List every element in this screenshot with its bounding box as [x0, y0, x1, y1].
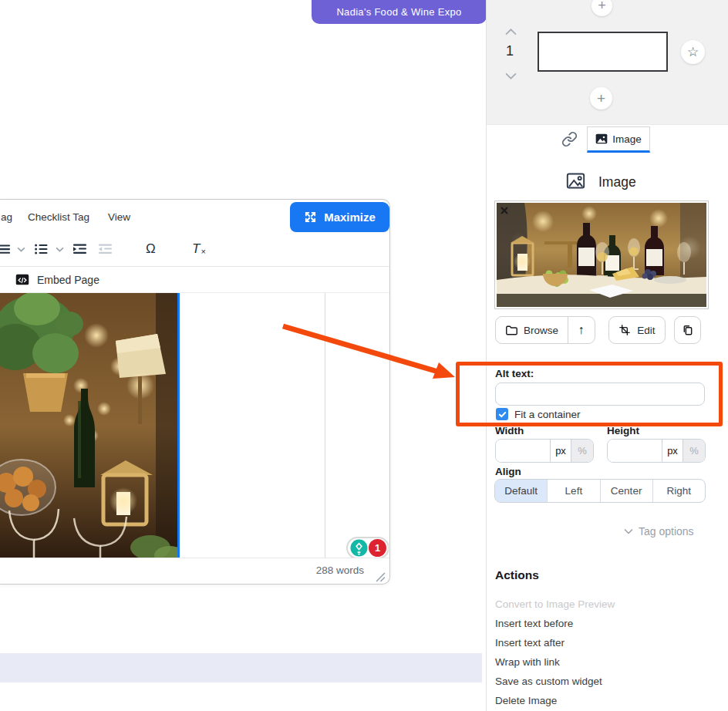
align-default-button[interactable]: Default: [495, 480, 548, 502]
menu-item-view[interactable]: View: [108, 211, 130, 223]
tag-options-label: Tag options: [639, 525, 694, 537]
chevron-down-icon[interactable]: [56, 242, 64, 256]
alt-text-label: Alt text:: [495, 368, 534, 379]
image-section-icon: [565, 170, 586, 191]
chevron-down-icon[interactable]: [505, 69, 517, 76]
resize-handle-icon[interactable]: [376, 571, 386, 581]
browse-button-group: Browse ↑: [495, 316, 595, 344]
chevron-down-icon[interactable]: [17, 242, 25, 256]
alt-text-input[interactable]: [495, 382, 705, 406]
width-input[interactable]: [496, 440, 550, 462]
height-label: Height: [607, 425, 639, 436]
edit-label: Edit: [637, 325, 655, 336]
copy-button[interactable]: [674, 316, 701, 344]
align-label: Align: [495, 466, 521, 477]
align-text-icon[interactable]: [0, 242, 10, 256]
maximize-button[interactable]: Maximize: [290, 202, 389, 232]
inserted-image[interactable]: [0, 293, 177, 558]
image-inspector-panel: + 1 ☆ + Image: [486, 0, 728, 711]
selection-caret: [177, 293, 180, 558]
height-input[interactable]: [608, 440, 662, 462]
action-save-as-custom-widget[interactable]: Save as custom widget: [495, 672, 602, 691]
add-section-below-button[interactable]: +: [590, 87, 612, 110]
fit-container-label: Fit a container: [514, 409, 581, 420]
embed-page-icon: [15, 274, 29, 285]
outdent-icon: [99, 242, 112, 256]
align-right-button[interactable]: Right: [653, 480, 705, 502]
editor-toolbar: Ω T×: [0, 232, 389, 266]
link-tab-icon[interactable]: [561, 131, 578, 147]
content-strip: [0, 653, 482, 682]
menu-item-tag[interactable]: ag: [1, 211, 12, 223]
suggestions-badge[interactable]: 1: [346, 537, 389, 558]
expand-icon: [304, 211, 317, 224]
copy-icon: [682, 324, 694, 337]
crop-edit-icon: [618, 324, 631, 336]
chevron-down-icon: [624, 528, 633, 534]
embed-page-label: Embed Page: [37, 274, 99, 286]
action-insert-text-before[interactable]: Insert text before: [495, 614, 573, 633]
menu-item-checklist-tag[interactable]: Checklist Tag: [28, 211, 89, 223]
width-unit-percent[interactable]: %: [571, 440, 593, 462]
clear-formatting-icon[interactable]: T×: [192, 242, 206, 256]
maximize-label: Maximize: [324, 211, 376, 224]
chevron-up-icon[interactable]: [505, 25, 517, 32]
upload-button[interactable]: ↑: [568, 323, 594, 337]
align-left-button[interactable]: Left: [548, 480, 600, 502]
edit-button[interactable]: Edit: [608, 316, 666, 344]
favorite-star-button[interactable]: ☆: [681, 40, 705, 64]
image-tab-label: Image: [612, 133, 642, 145]
tag-options-toggle[interactable]: Tag options: [624, 525, 694, 537]
suggestion-count-badge: 1: [369, 539, 386, 557]
width-label: Width: [495, 425, 524, 436]
width-field-group: px %: [495, 439, 594, 463]
height-field-group: px %: [607, 439, 706, 463]
align-center-button[interactable]: Center: [601, 480, 653, 502]
event-title-label: Nadia's Food & Wine Expo: [336, 6, 461, 18]
tab-image[interactable]: Image: [587, 126, 650, 153]
align-button-group: Default Left Center Right: [494, 479, 706, 503]
table-guide-line: [325, 293, 325, 558]
special-character-icon[interactable]: Ω: [146, 242, 156, 256]
width-unit-px[interactable]: px: [550, 440, 571, 462]
folder-icon: [505, 325, 518, 336]
actions-heading: Actions: [495, 568, 539, 582]
browse-label: Browse: [524, 325, 558, 336]
editor-statusbar: 288 words: [0, 558, 389, 585]
editor-window: ag Checklist Tag View Maximize: [0, 199, 390, 585]
action-delete-image[interactable]: Delete Image: [495, 691, 557, 710]
section-title: Image: [598, 174, 636, 190]
page-root: Nadia's Food & Wine Expo ag Checklist Ta…: [0, 0, 728, 711]
bullet-list-icon[interactable]: [35, 242, 48, 256]
fit-container-checkbox[interactable]: [496, 408, 508, 420]
action-insert-text-after[interactable]: Insert text after: [495, 633, 565, 652]
browse-button[interactable]: Browse: [496, 325, 568, 336]
proofread-bulb-icon: [350, 539, 368, 557]
indent-icon[interactable]: [73, 242, 86, 256]
image-tab-icon: [595, 133, 608, 144]
action-convert-to-image-preview: Convert to Image Preview: [495, 595, 615, 614]
word-count: 288 words: [316, 564, 364, 576]
embed-page-row[interactable]: Embed Page: [0, 266, 389, 293]
image-preview[interactable]: [494, 200, 709, 309]
height-unit-percent[interactable]: %: [682, 440, 705, 462]
height-unit-px[interactable]: px: [662, 440, 682, 462]
page-number: 1: [501, 43, 519, 59]
page-navigator: + 1 ☆ +: [487, 0, 728, 125]
event-title-banner[interactable]: Nadia's Food & Wine Expo: [312, 0, 487, 24]
editor-content[interactable]: 1: [0, 293, 389, 558]
add-section-above-button[interactable]: +: [592, 0, 612, 16]
page-thumbnail[interactable]: [538, 32, 668, 72]
action-wrap-with-link[interactable]: Wrap with link: [495, 652, 560, 672]
